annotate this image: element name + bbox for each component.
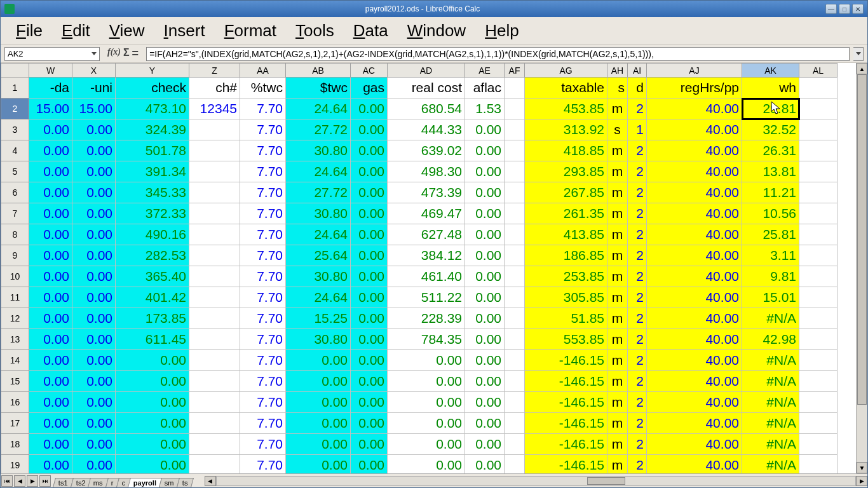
cell-AE6[interactable]: 0.00 — [465, 182, 505, 203]
row-header-3[interactable]: 3 — [1, 119, 29, 140]
window-titlebar[interactable]: payroll2012.ods - LibreOffice Calc ― □ ✕ — [1, 1, 867, 17]
row-header-5[interactable]: 5 — [1, 161, 29, 182]
cell-X7[interactable]: 0.00 — [72, 203, 116, 224]
col-header-AH[interactable]: AH — [607, 64, 628, 78]
menu-format[interactable]: Format — [215, 20, 285, 42]
cell-AJ2[interactable]: 40.00 — [647, 98, 742, 119]
cell-AG15[interactable]: -146.15 — [525, 371, 607, 392]
cell-AF16[interactable] — [505, 392, 525, 413]
header-cell-W[interactable]: -da — [29, 78, 72, 98]
cell-AK17[interactable]: #N/A — [742, 413, 799, 434]
cell-AD17[interactable]: 0.00 — [388, 413, 465, 434]
cell-AA4[interactable]: 7.70 — [240, 140, 286, 161]
cell-Y14[interactable]: 0.00 — [116, 350, 189, 371]
cell-AJ7[interactable]: 40.00 — [647, 203, 742, 224]
cell-W7[interactable]: 0.00 — [29, 203, 72, 224]
cell-AD8[interactable]: 627.48 — [388, 224, 465, 245]
cell-AI2[interactable]: 2 — [628, 98, 647, 119]
cell-AJ10[interactable]: 40.00 — [647, 266, 742, 287]
col-header-W[interactable]: W — [29, 64, 72, 78]
header-cell-AE[interactable]: aflac — [465, 78, 505, 98]
cell-W8[interactable]: 0.00 — [29, 224, 72, 245]
cell-Y5[interactable]: 391.34 — [116, 161, 189, 182]
cell-AG8[interactable]: 413.85 — [525, 224, 607, 245]
col-header-Z[interactable]: Z — [189, 64, 240, 78]
tab-prev-button[interactable]: ◀ — [14, 475, 25, 487]
cell-AC5[interactable]: 0.00 — [351, 161, 388, 182]
cell-AG18[interactable]: -146.15 — [525, 434, 607, 455]
cell-X13[interactable]: 0.00 — [72, 329, 116, 350]
cell-Y6[interactable]: 345.33 — [116, 182, 189, 203]
cell-AK13[interactable]: 42.98 — [742, 329, 799, 350]
cell-AD9[interactable]: 384.12 — [388, 245, 465, 266]
cell-AH14[interactable]: m — [607, 350, 628, 371]
cell-Z3[interactable] — [189, 119, 240, 140]
cell-AB5[interactable]: 24.64 — [286, 161, 351, 182]
cell-AA7[interactable]: 7.70 — [240, 203, 286, 224]
cell-Y4[interactable]: 501.78 — [116, 140, 189, 161]
cell-W10[interactable]: 0.00 — [29, 266, 72, 287]
row-header-18[interactable]: 18 — [1, 434, 29, 455]
cell-AF13[interactable] — [505, 329, 525, 350]
cell-AE19[interactable]: 0.00 — [465, 455, 505, 474]
cell-Y10[interactable]: 365.40 — [116, 266, 189, 287]
cell-X6[interactable]: 0.00 — [72, 182, 116, 203]
cell-W4[interactable]: 0.00 — [29, 140, 72, 161]
cell-AJ11[interactable]: 40.00 — [647, 287, 742, 308]
vscroll-thumb[interactable] — [857, 74, 867, 405]
cell-AD15[interactable]: 0.00 — [388, 371, 465, 392]
col-header-AG[interactable]: AG — [525, 64, 607, 78]
scroll-right-button[interactable]: ▶ — [856, 476, 867, 486]
horizontal-scrollbar[interactable]: ◀ ▶ — [205, 476, 867, 486]
cell-AF18[interactable] — [505, 434, 525, 455]
header-cell-AB[interactable]: $twc — [286, 78, 351, 98]
col-header-Y[interactable]: Y — [116, 64, 189, 78]
header-cell-AI[interactable]: d — [628, 78, 647, 98]
cell-AC8[interactable]: 0.00 — [351, 224, 388, 245]
cell-AD14[interactable]: 0.00 — [388, 350, 465, 371]
header-cell-AC[interactable]: gas — [351, 78, 388, 98]
function-wizard-button[interactable]: f(x) — [107, 47, 121, 60]
header-cell-AG[interactable]: taxable — [525, 78, 607, 98]
cell-Y2[interactable]: 473.10 — [116, 98, 189, 119]
cell-Z6[interactable] — [189, 182, 240, 203]
cell-AH17[interactable]: m — [607, 413, 628, 434]
menu-tools[interactable]: Tools — [287, 20, 343, 42]
cell-AE8[interactable]: 0.00 — [465, 224, 505, 245]
cell-Z9[interactable] — [189, 245, 240, 266]
header-cell-AH[interactable]: s — [607, 78, 628, 98]
cell-AK11[interactable]: 15.01 — [742, 287, 799, 308]
row-header-10[interactable]: 10 — [1, 266, 29, 287]
cell-W9[interactable]: 0.00 — [29, 245, 72, 266]
cell-AE2[interactable]: 1.53 — [465, 98, 505, 119]
cell-AB18[interactable]: 0.00 — [286, 434, 351, 455]
cell-AG14[interactable]: -146.15 — [525, 350, 607, 371]
sheet-tab-ts[interactable]: ts — [177, 478, 194, 487]
cell-AH19[interactable]: m — [607, 455, 628, 474]
header-cell-AA[interactable]: %twc — [240, 78, 286, 98]
header-cell-Y[interactable]: check — [116, 78, 189, 98]
hscroll-thumb[interactable] — [587, 477, 625, 485]
cell-X15[interactable]: 0.00 — [72, 371, 116, 392]
cell-AD6[interactable]: 473.39 — [388, 182, 465, 203]
cell-AA2[interactable]: 7.70 — [240, 98, 286, 119]
cell-AG2[interactable]: 453.85 — [525, 98, 607, 119]
cell-AE17[interactable]: 0.00 — [465, 413, 505, 434]
cell-AL7[interactable] — [799, 203, 837, 224]
col-header-AD[interactable]: AD — [388, 64, 465, 78]
cell-AC12[interactable]: 0.00 — [351, 308, 388, 329]
cell-AL8[interactable] — [799, 224, 837, 245]
cell-AJ14[interactable]: 40.00 — [647, 350, 742, 371]
cell-Z18[interactable] — [189, 434, 240, 455]
cell-AH8[interactable]: m — [607, 224, 628, 245]
cell-AF5[interactable] — [505, 161, 525, 182]
cell-AD10[interactable]: 461.40 — [388, 266, 465, 287]
cell-Z4[interactable] — [189, 140, 240, 161]
cell-AC13[interactable]: 0.00 — [351, 329, 388, 350]
vscroll-track[interactable] — [857, 74, 867, 462]
cell-AK14[interactable]: #N/A — [742, 350, 799, 371]
formula-expand-button[interactable] — [853, 47, 864, 61]
cell-AI19[interactable]: 2 — [628, 455, 647, 474]
cell-X12[interactable]: 0.00 — [72, 308, 116, 329]
header-cell-AK[interactable]: wh — [742, 78, 799, 98]
